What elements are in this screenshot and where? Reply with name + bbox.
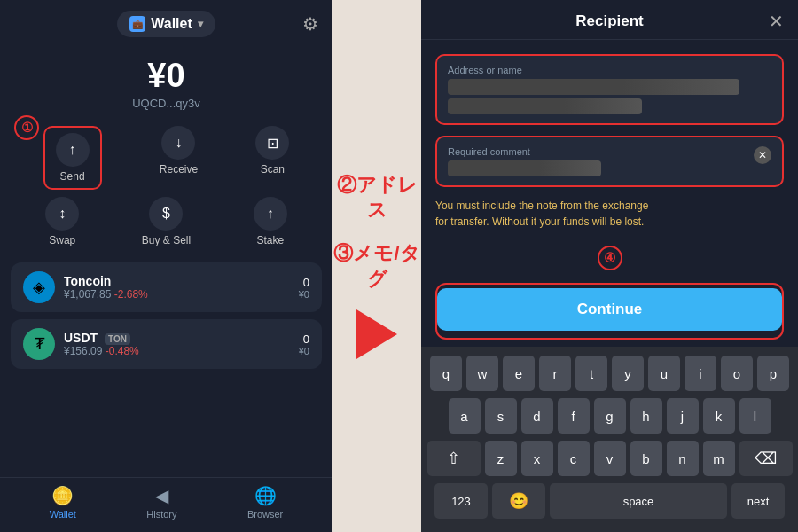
key-m[interactable]: m bbox=[703, 441, 735, 476]
swap-icon: ↕ bbox=[45, 197, 79, 231]
key-y[interactable]: y bbox=[612, 356, 644, 391]
list-item[interactable]: ₮ USDT TON ¥156.09 -0.48% 0 ¥0 bbox=[11, 319, 322, 369]
address-field-wrapper[interactable]: Address or name bbox=[435, 54, 784, 125]
key-h[interactable]: h bbox=[630, 398, 662, 434]
receive-button[interactable]: ↓ Receive bbox=[160, 126, 198, 190]
stake-label: Stake bbox=[256, 234, 284, 246]
key-z[interactable]: z bbox=[485, 441, 517, 476]
bottom-nav: 🪙 Wallet ◀ History 🌐 Browser bbox=[0, 477, 332, 532]
toncoin-name: Toncoin bbox=[64, 274, 290, 288]
keyboard-row-1: q w e r t y u i o p bbox=[425, 356, 794, 391]
recipient-panel: Recipient ✕ Address or name Required com… bbox=[421, 0, 798, 532]
usdt-logo: ₮ bbox=[23, 328, 55, 360]
scan-icon: ⊡ bbox=[255, 126, 289, 160]
key-v[interactable]: v bbox=[594, 441, 626, 476]
arrow-right-icon bbox=[356, 309, 397, 359]
toncoin-balance-amount: 0 bbox=[299, 276, 309, 289]
key-p[interactable]: p bbox=[757, 356, 789, 391]
key-t[interactable]: t bbox=[575, 356, 607, 391]
next-key[interactable]: next bbox=[732, 483, 785, 519]
wallet-nav-label: Wallet bbox=[50, 509, 76, 520]
usdt-balance-amount: 0 bbox=[299, 332, 309, 346]
usdt-info: USDT TON ¥156.09 -0.48% bbox=[64, 331, 290, 357]
key-o[interactable]: o bbox=[721, 356, 753, 391]
receive-label: Receive bbox=[160, 163, 198, 176]
backspace-key[interactable]: ⌫ bbox=[739, 441, 793, 476]
key-u[interactable]: u bbox=[648, 356, 680, 391]
buysell-label: Buy & Sell bbox=[142, 234, 191, 246]
action-row-2: ↕ Swap $ Buy & Sell ↑ Stake bbox=[0, 193, 332, 255]
keyboard-row-4: 123 😊 space next bbox=[425, 483, 794, 519]
address-field-value bbox=[448, 79, 739, 95]
toncoin-balance-yen: ¥0 bbox=[299, 289, 309, 300]
nav-item-browser[interactable]: 🌐 Browser bbox=[247, 485, 283, 520]
key-d[interactable]: d bbox=[521, 398, 553, 434]
numbers-key[interactable]: 123 bbox=[434, 483, 488, 519]
space-key[interactable]: space bbox=[550, 483, 727, 519]
key-l[interactable]: l bbox=[739, 398, 771, 434]
send-button[interactable]: ↑ Send bbox=[43, 126, 102, 190]
key-c[interactable]: c bbox=[558, 441, 590, 476]
continue-button[interactable]: Continue bbox=[437, 288, 782, 331]
shift-key[interactable]: ⇧ bbox=[427, 441, 481, 476]
toncoin-logo: ◈ bbox=[23, 271, 55, 303]
address-label: ②アドレス bbox=[332, 173, 421, 223]
scan-button[interactable]: ⊡ Scan bbox=[255, 126, 289, 190]
receive-icon: ↓ bbox=[161, 126, 195, 160]
comment-field-wrapper[interactable]: Required comment ✕ bbox=[435, 136, 784, 187]
recipient-title: Recipient bbox=[575, 12, 644, 30]
emoji-key[interactable]: 😊 bbox=[492, 483, 545, 519]
balance-amount: ¥0 bbox=[14, 57, 318, 95]
wallet-nav-icon: 🪙 bbox=[51, 485, 74, 506]
continue-button-wrapper: Continue bbox=[435, 283, 784, 340]
buysell-button[interactable]: $ Buy & Sell bbox=[142, 197, 191, 246]
send-label: Send bbox=[60, 170, 85, 183]
key-i[interactable]: i bbox=[685, 356, 716, 391]
wallet-title-button[interactable]: 💼 Wallet ▾ bbox=[117, 11, 215, 37]
key-n[interactable]: n bbox=[667, 441, 699, 476]
comment-inner: Required comment bbox=[448, 146, 754, 176]
settings-button[interactable]: ⚙ bbox=[302, 13, 318, 35]
address-field-label: Address or name bbox=[448, 65, 771, 75]
wallet-small-icon: 💼 bbox=[129, 16, 145, 32]
clear-comment-button[interactable]: ✕ bbox=[754, 146, 771, 164]
step1-badge: ① bbox=[14, 115, 39, 140]
keyboard-bottom-row: 🌐 🎙 bbox=[425, 526, 794, 532]
key-f[interactable]: f bbox=[558, 398, 590, 434]
close-button[interactable]: ✕ bbox=[769, 11, 784, 32]
key-w[interactable]: w bbox=[466, 356, 498, 391]
toncoin-change: -2.68% bbox=[114, 288, 148, 301]
keyboard-row-3: ⇧ z x c v b n m ⌫ bbox=[425, 441, 794, 476]
key-e[interactable]: e bbox=[503, 356, 535, 391]
key-b[interactable]: b bbox=[630, 441, 662, 476]
memo-label: ③メモ/タグ bbox=[332, 241, 421, 292]
history-nav-label: History bbox=[146, 509, 176, 520]
keyboard-row-2: a s d f g h j k l bbox=[425, 398, 794, 434]
step4-area: ④ bbox=[435, 240, 784, 272]
swap-button[interactable]: ↕ Swap bbox=[45, 197, 79, 246]
key-k[interactable]: k bbox=[703, 398, 735, 434]
recipient-body: Address or name Required comment ✕ You m… bbox=[421, 40, 798, 347]
key-g[interactable]: g bbox=[594, 398, 626, 434]
nav-item-history[interactable]: ◀ History bbox=[146, 485, 176, 520]
keyboard-area: q w e r t y u i o p a s d f g h j k l ⇧ … bbox=[421, 347, 798, 532]
key-r[interactable]: r bbox=[539, 356, 571, 391]
key-j[interactable]: j bbox=[667, 398, 699, 434]
microphone-icon[interactable]: 🎙 bbox=[747, 528, 791, 532]
nav-item-wallet[interactable]: 🪙 Wallet bbox=[50, 485, 76, 520]
buysell-icon: $ bbox=[149, 197, 183, 231]
address-field-value2 bbox=[448, 98, 642, 114]
key-x[interactable]: x bbox=[521, 441, 553, 476]
stake-icon: ↑ bbox=[254, 197, 287, 231]
browser-nav-icon: 🌐 bbox=[254, 485, 277, 506]
key-a[interactable]: a bbox=[449, 398, 481, 434]
list-item[interactable]: ◈ Toncoin ¥1,067.85 -2.68% 0 ¥0 bbox=[11, 262, 322, 312]
swap-label: Swap bbox=[49, 234, 75, 246]
chevron-down-icon: ▾ bbox=[198, 18, 203, 30]
key-s[interactable]: s bbox=[485, 398, 517, 434]
globe-icon[interactable]: 🌐 bbox=[428, 528, 473, 532]
toncoin-balance: 0 ¥0 bbox=[299, 276, 309, 300]
stake-button[interactable]: ↑ Stake bbox=[254, 197, 287, 246]
scan-label: Scan bbox=[261, 163, 285, 176]
key-q[interactable]: q bbox=[430, 356, 462, 391]
